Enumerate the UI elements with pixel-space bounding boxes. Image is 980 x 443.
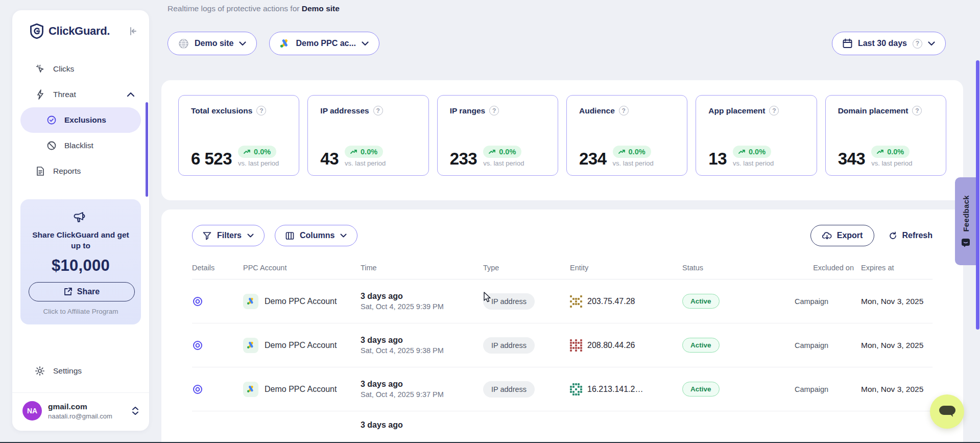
page-scrollbar[interactable]: [976, 60, 979, 330]
chevron-down-icon: [239, 41, 246, 46]
affiliate-promo-card[interactable]: Share ClickGuard and get up to $10,000 S…: [20, 199, 141, 324]
type-badge: IP address: [483, 337, 535, 354]
avatar: NA: [22, 401, 42, 421]
chat-launcher-button[interactable]: [930, 394, 964, 429]
site-selector-value: Demo site: [195, 39, 233, 48]
sidebar-item-label: Reports: [53, 167, 81, 176]
chevron-up-icon: [127, 92, 135, 97]
feedback-label: Feedback: [962, 195, 970, 232]
sidebar-item-label: Clicks: [53, 64, 74, 74]
stat-value: 13: [708, 150, 727, 167]
status-badge: Active: [682, 382, 720, 397]
chevron-down-icon: [340, 234, 347, 238]
help-icon[interactable]: ?: [769, 106, 779, 115]
stat-card-audience: Audience? 234 0.0% vs. last period: [566, 95, 687, 176]
stat-card-domain-placement: Domain placement? 343 0.0% vs. last peri…: [825, 95, 946, 176]
sidebar-item-label: Settings: [53, 366, 82, 376]
view-details-icon[interactable]: [192, 296, 205, 307]
help-icon[interactable]: ?: [912, 106, 922, 115]
expires-at-value: Mon, Nov 3, 2025: [861, 341, 933, 350]
clickguard-logo-icon: [30, 24, 44, 39]
sidebar: ClickGuard. Clicks Threat Exclusio: [12, 10, 149, 431]
refresh-icon: [889, 231, 897, 240]
entity-identicon: [570, 339, 582, 352]
ppc-selector-value: Demo PPC ac...: [296, 39, 355, 48]
sidebar-item-settings[interactable]: Settings: [12, 358, 149, 384]
trend-badge: 0.0%: [483, 146, 521, 158]
stat-value: 233: [450, 150, 477, 167]
col-ppc-account: PPC Account: [243, 264, 361, 272]
calendar-icon: [843, 38, 852, 49]
help-icon[interactable]: ?: [489, 106, 499, 115]
sidebar-collapse-icon[interactable]: [128, 26, 138, 36]
columns-icon: [285, 231, 294, 240]
help-icon[interactable]: ?: [373, 106, 383, 115]
stat-value: 343: [838, 150, 866, 167]
ppc-account-selector[interactable]: Demo PPC ac...: [269, 32, 379, 55]
cursor-click-icon: [35, 64, 46, 74]
view-details-icon[interactable]: [192, 384, 205, 395]
status-badge: Active: [682, 338, 720, 353]
chevron-down-icon: [362, 41, 369, 46]
table-row[interactable]: 3 days ago: [192, 411, 933, 432]
external-link-icon: [64, 287, 73, 296]
table-row[interactable]: Demo PPC Account 3 days agoSat, Oct 4, 2…: [192, 323, 933, 367]
account-switcher[interactable]: NA gmail.com naatali.ro@gmail.com: [12, 392, 149, 431]
promo-amount: $10,000: [29, 257, 133, 275]
time-absolute: Sat, Oct 4, 2025 9:38 PM: [361, 346, 483, 355]
sidebar-item-label: Blacklist: [64, 141, 93, 150]
help-icon: ?: [913, 39, 922, 49]
col-details: Details: [192, 264, 243, 272]
sidebar-item-blacklist[interactable]: Blacklist: [20, 133, 141, 158]
stat-value: 6 523: [191, 150, 232, 167]
columns-button[interactable]: Columns: [275, 225, 357, 246]
help-icon[interactable]: ?: [619, 106, 629, 115]
excluded-on-value: Campaign: [795, 297, 861, 306]
table-row[interactable]: Demo PPC Account 3 days agoSat, Oct 4, 2…: [192, 367, 933, 411]
date-range-selector[interactable]: Last 30 days ?: [832, 32, 946, 55]
trend-badge: 0.0%: [345, 146, 383, 158]
time-relative: 3 days ago: [361, 336, 483, 345]
col-expires-at: Expires at: [861, 264, 933, 272]
sidebar-item-label: Threat: [53, 90, 76, 99]
help-icon[interactable]: ?: [256, 106, 266, 115]
ppc-account-name: Demo PPC Account: [265, 341, 337, 350]
expires-at-value: Mon, Nov 3, 2025: [861, 297, 933, 306]
export-button[interactable]: Export: [810, 225, 875, 246]
view-details-icon[interactable]: [192, 340, 205, 351]
chevron-down-icon: [247, 234, 254, 238]
date-range-value: Last 30 days: [858, 39, 907, 48]
trend-badge: 0.0%: [733, 146, 771, 158]
sidebar-item-clicks[interactable]: Clicks: [20, 56, 141, 82]
chevron-down-icon: [928, 41, 935, 46]
affiliate-program-link[interactable]: Click to Affiliate Program: [29, 308, 133, 315]
trend-badge: 0.0%: [871, 146, 910, 158]
sidebar-nav: Clicks Threat Exclusions Blacklist: [12, 56, 149, 184]
feedback-tab[interactable]: Feedback: [955, 177, 976, 265]
account-name: gmail.com: [48, 402, 132, 411]
ppc-account-name: Demo PPC Account: [265, 297, 337, 306]
sidebar-item-threat[interactable]: Threat: [20, 82, 141, 107]
sidebar-scrollbar[interactable]: [146, 102, 148, 197]
col-entity: Entity: [570, 264, 682, 272]
site-selector[interactable]: Demo site: [168, 32, 257, 55]
sidebar-item-reports[interactable]: Reports: [20, 158, 141, 184]
chevron-up-down-icon: [132, 406, 139, 416]
refresh-button[interactable]: Refresh: [889, 231, 933, 240]
chat-smiley-icon: [961, 238, 970, 247]
trend-badge: 0.0%: [613, 146, 651, 158]
type-badge: IP address: [483, 293, 535, 310]
entity-value: 203.75.47.28: [587, 297, 635, 306]
col-status: Status: [682, 264, 795, 272]
page-subtitle: Realtime logs of protective actions for …: [168, 4, 340, 13]
account-email: naatali.ro@gmail.com: [48, 412, 132, 420]
exclusions-table-card: Filters Columns Export: [161, 209, 963, 443]
table-row[interactable]: Demo PPC Account 3 days agoSat, Oct 4, 2…: [192, 279, 933, 323]
col-type: Type: [483, 264, 570, 272]
time-relative: 3 days ago: [361, 380, 483, 389]
time-absolute: Sat, Oct 4, 2025 9:37 PM: [361, 390, 483, 399]
filters-button[interactable]: Filters: [192, 225, 265, 246]
sidebar-item-exclusions[interactable]: Exclusions: [20, 107, 141, 133]
brand-name: ClickGuard.: [49, 25, 128, 38]
share-button[interactable]: Share: [29, 282, 135, 301]
